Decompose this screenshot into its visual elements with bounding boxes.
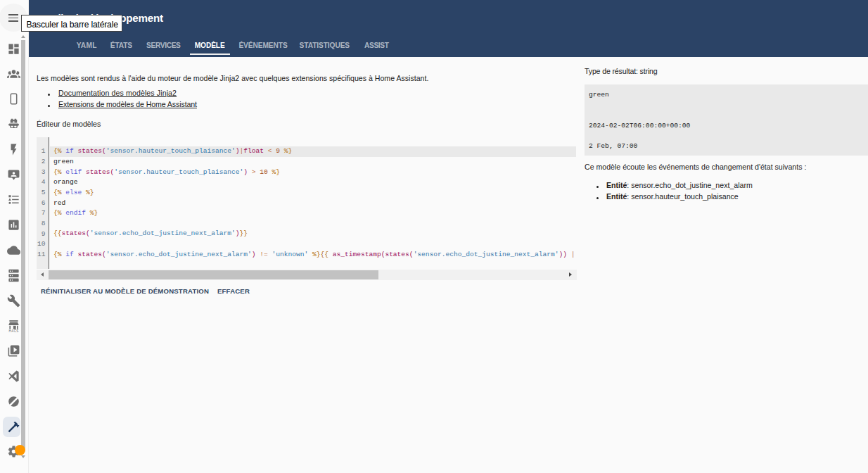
svg-text:HACS: HACS	[9, 329, 19, 332]
